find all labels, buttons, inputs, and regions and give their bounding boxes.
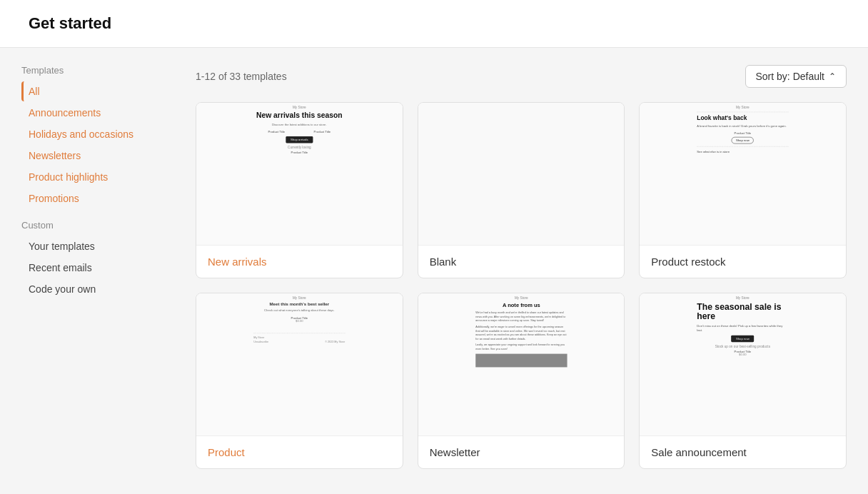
preview-body3: Lastly, we appreciate your ongoing suppo… [475,343,567,351]
preview-btn: Shop arrivals [286,136,313,143]
preview-title: New arrivals this season [253,111,345,120]
preview-body2: Additionally, we're eager to unveil more… [475,325,567,341]
header: Get started [0,0,868,48]
preview-unsubscribe: Unsubscribe [253,341,268,343]
template-card-product-restock[interactable]: My Store Look what's back A brand favori… [639,102,847,278]
content-area: 1-12 of 33 templates Sort by: Default ⌃ … [196,65,847,469]
sidebar: Templates All Announcements Holidays and… [21,65,178,469]
template-card-product[interactable]: My Store Meet this month's best seller C… [196,293,403,469]
preview-btn: Shop now [732,336,755,342]
sidebar-item-holidays[interactable]: Holidays and occasions [21,124,178,144]
template-preview-new-arrivals: My Store New arrivals this season Discov… [196,103,403,246]
template-card-new-arrivals[interactable]: My Store New arrivals this season Discov… [196,102,403,278]
preview-price: $0.00 [253,319,345,323]
template-label: Product restock [640,246,846,278]
preview-body: Don't miss out on these deals! Pick up a… [697,323,789,332]
template-card-sale-announcement[interactable]: My Store The seasonal sale is here Don't… [639,293,847,469]
preview-product-title: Product Title [697,131,789,135]
main-layout: Templates All Announcements Holidays and… [0,48,868,486]
preview-title: The seasonal sale is here [697,302,789,321]
sidebar-custom-label: Custom [21,220,178,231]
template-preview-sale: My Store The seasonal sale is here Don't… [640,293,846,436]
sidebar-item-all[interactable]: All [21,81,178,101]
content-header: 1-12 of 33 templates Sort by: Default ⌃ [196,65,847,88]
preview-body1: We've had a busy month and we're thrille… [475,311,567,323]
preview-title: Look what's back [697,115,789,122]
preview-title: A note from us [475,302,567,308]
template-label: Newsletter [418,436,625,468]
preview-product3: Product Title [253,151,345,154]
template-preview-newsletter: My Store A note from us We've had a busy… [418,293,625,436]
preview-title: Meet this month's best seller [253,302,345,307]
template-label: Product [196,436,403,468]
template-label: Sale announcement [640,436,846,468]
blank-preview [418,103,625,245]
template-preview-product-restock: My Store Look what's back A brand favori… [640,103,846,246]
sort-label: Sort by: Default [756,71,825,82]
preview-subtitle: Stock up on our best-selling products [697,345,789,348]
sidebar-item-product-highlights[interactable]: Product highlights [21,167,178,187]
sort-button[interactable]: Sort by: Default ⌃ [745,65,847,88]
sidebar-item-newsletters[interactable]: Newsletters [21,146,178,166]
preview-store-name: My Store [253,106,345,109]
sidebar-item-promotions[interactable]: Promotions [21,188,178,208]
template-count: 1-12 of 33 templates [196,71,287,82]
preview-store-name: My Store [697,296,789,300]
preview-body: A brand favorite is back in stock! Grab … [697,124,789,128]
preview-footer-store: My Store [253,336,264,338]
template-card-blank[interactable]: Blank [418,102,625,278]
template-card-newsletter[interactable]: My Store A note from us We've had a busy… [418,293,625,469]
sort-chevron-icon: ⌃ [829,71,836,81]
templates-grid: My Store New arrivals this season Discov… [196,102,847,469]
preview-price: $0.00 [697,353,789,357]
preview-product2: Product Title [299,131,345,134]
template-preview-product: My Store Meet this month's best seller C… [196,293,403,436]
preview-btn: Shop now [732,137,754,143]
preview-store-name: My Store [475,296,567,300]
preview-store-name: My Store [253,296,345,300]
sidebar-item-code-your-own[interactable]: Code your own [21,279,178,299]
preview-body: Discover the latest additions to our sto… [253,123,345,127]
sidebar-item-your-templates[interactable]: Your templates [21,236,178,256]
sidebar-item-recent-emails[interactable]: Recent emails [21,258,178,278]
template-preview-blank [418,103,625,246]
sidebar-templates-label: Templates [21,65,178,76]
preview-store-name: My Store [697,106,789,109]
template-label: Blank [418,246,625,278]
preview-copyright: © 2023 My Store [325,341,345,343]
preview-body: Check out what everyone's talking about … [253,308,345,313]
page-title: Get started [29,14,839,33]
sidebar-item-announcements[interactable]: Announcements [21,103,178,123]
preview-section: Currently loving [253,146,345,149]
template-label: New arrivals [196,246,403,278]
preview-see-what: See what else is in store [697,150,789,153]
preview-product1: Product Title [253,131,299,134]
